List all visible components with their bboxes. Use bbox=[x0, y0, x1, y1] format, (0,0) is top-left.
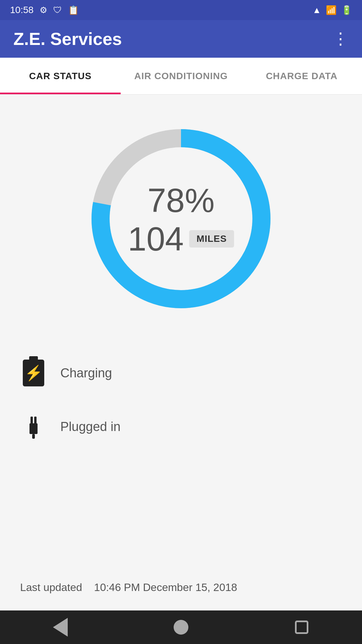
app-bar: Z.E. Services ⋮ bbox=[0, 20, 362, 58]
tab-air-conditioning[interactable]: AIR CONDITIONING bbox=[121, 58, 241, 94]
status-time: 10:58 bbox=[10, 5, 34, 15]
gear-icon: ⚙ bbox=[40, 5, 47, 15]
miles-unit: MILES bbox=[189, 230, 234, 248]
charging-status-item: ⚡ Charging bbox=[20, 346, 342, 400]
shield-icon: 🛡 bbox=[53, 5, 62, 15]
battery-charging-icon-container: ⚡ bbox=[20, 360, 47, 386]
charging-label: Charging bbox=[60, 366, 112, 380]
last-updated-value: 10:46 PM December 15, 2018 bbox=[94, 581, 237, 593]
tab-charge-data[interactable]: CHARGE DATA bbox=[241, 58, 362, 94]
svg-rect-4 bbox=[34, 417, 37, 424]
miles-row: 104 MILES bbox=[128, 222, 234, 256]
wifi-icon: ▲ bbox=[312, 5, 321, 15]
plugged-in-label: Plugged in bbox=[60, 420, 121, 434]
home-icon bbox=[174, 620, 188, 635]
battery-percent: 78% bbox=[147, 182, 215, 219]
ring-center: 78% 104 MILES bbox=[128, 182, 234, 256]
recents-icon bbox=[295, 621, 308, 634]
battery-charging-icon: 🔋 bbox=[341, 5, 352, 15]
svg-rect-5 bbox=[32, 434, 35, 439]
tab-car-status[interactable]: CAR STATUS bbox=[0, 58, 121, 94]
tabs: CAR STATUS AIR CONDITIONING CHARGE DATA bbox=[0, 58, 362, 95]
battery-ring: 78% 104 MILES bbox=[80, 118, 282, 319]
svg-rect-2 bbox=[29, 423, 38, 434]
plug-icon-container bbox=[20, 413, 47, 440]
plugged-in-status-item: Plugged in bbox=[20, 400, 342, 453]
overflow-menu-icon[interactable]: ⋮ bbox=[333, 31, 349, 47]
status-bar-left: 10:58 ⚙ 🛡 📋 bbox=[10, 5, 79, 15]
back-icon bbox=[53, 618, 68, 637]
plug-icon bbox=[23, 413, 44, 440]
main-content: 78% 104 MILES ⚡ Charging bbox=[0, 95, 362, 610]
status-bar-right: ▲ 📶 🔋 bbox=[312, 5, 352, 15]
back-button[interactable] bbox=[47, 614, 74, 641]
last-updated-prefix: Last updated bbox=[20, 581, 82, 593]
svg-rect-3 bbox=[31, 417, 33, 424]
bottom-nav bbox=[0, 610, 362, 644]
status-bar: 10:58 ⚙ 🛡 📋 ▲ 📶 🔋 bbox=[0, 0, 362, 20]
app-title: Z.E. Services bbox=[13, 29, 122, 49]
home-button[interactable] bbox=[168, 614, 194, 641]
recents-button[interactable] bbox=[288, 614, 315, 641]
clipboard-icon: 📋 bbox=[68, 5, 79, 15]
signal-icon: 📶 bbox=[326, 5, 337, 15]
miles-value: 104 bbox=[128, 222, 184, 256]
battery-charging-icon: ⚡ bbox=[23, 360, 44, 386]
last-updated: Last updated 10:46 PM December 15, 2018 bbox=[0, 575, 362, 600]
status-items: ⚡ Charging Plugged in bbox=[0, 339, 362, 460]
